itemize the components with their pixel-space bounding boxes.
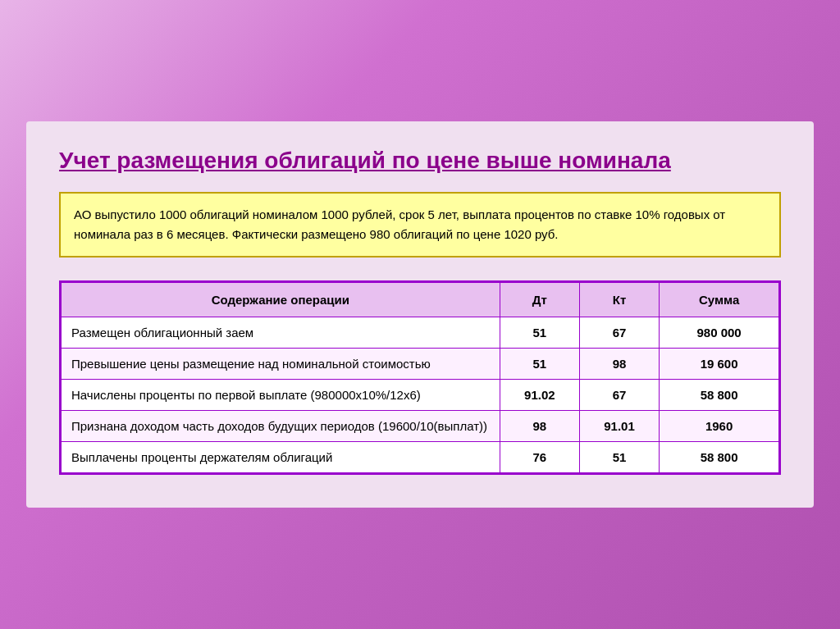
- table-row: Начислены проценты по первой выплате (98…: [62, 380, 779, 411]
- cell-dt: 98: [500, 411, 579, 442]
- cell-sum: 19 600: [660, 349, 779, 380]
- header-kt: Кт: [579, 283, 659, 317]
- operations-table: Содержание операции Дт Кт Сумма Размещен…: [61, 282, 779, 473]
- table-wrapper: Содержание операции Дт Кт Сумма Размещен…: [59, 280, 781, 475]
- cell-description: Размещен облигационный заем: [62, 317, 500, 349]
- cell-sum: 1960: [660, 411, 779, 442]
- cell-dt: 76: [500, 442, 579, 473]
- cell-kt: 51: [579, 442, 659, 473]
- cell-description: Начислены проценты по первой выплате (98…: [62, 380, 500, 411]
- cell-sum: 58 800: [660, 380, 779, 411]
- cell-dt: 51: [500, 349, 579, 380]
- table-row: Признана доходом часть доходов будущих п…: [62, 411, 779, 442]
- table-row: Выплачены проценты держателям облигаций7…: [62, 442, 779, 473]
- cell-sum: 980 000: [660, 317, 779, 349]
- header-dt: Дт: [500, 283, 579, 317]
- table-row: Превышение цены размещение над номинальн…: [62, 349, 779, 380]
- table-body: Размещен облигационный заем5167980 000Пр…: [62, 317, 779, 473]
- slide-title: Учет размещения облигаций по цене выше н…: [59, 146, 781, 175]
- info-box: АО выпустило 1000 облигаций номиналом 10…: [59, 192, 781, 258]
- cell-dt: 51: [500, 317, 579, 349]
- header-description: Содержание операции: [62, 283, 500, 317]
- cell-description: Выплачены проценты держателям облигаций: [62, 442, 500, 473]
- cell-sum: 58 800: [660, 442, 779, 473]
- cell-kt: 98: [579, 349, 659, 380]
- cell-kt: 67: [579, 380, 659, 411]
- cell-description: Признана доходом часть доходов будущих п…: [62, 411, 500, 442]
- cell-dt: 91.02: [500, 380, 579, 411]
- info-text: АО выпустило 1000 облигаций номиналом 10…: [74, 207, 725, 241]
- cell-kt: 67: [579, 317, 659, 349]
- table-header-row: Содержание операции Дт Кт Сумма: [62, 283, 779, 317]
- slide-container: Учет размещения облигаций по цене выше н…: [26, 121, 814, 508]
- header-sum: Сумма: [660, 283, 779, 317]
- table-row: Размещен облигационный заем5167980 000: [62, 317, 779, 349]
- cell-kt: 91.01: [579, 411, 659, 442]
- cell-description: Превышение цены размещение над номинальн…: [62, 349, 500, 380]
